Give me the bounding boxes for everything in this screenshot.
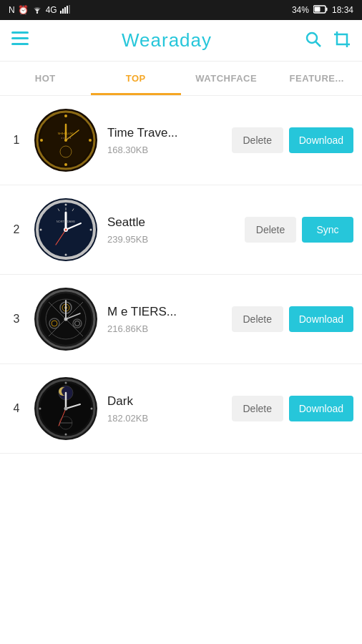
list-item: 3 [0, 275, 362, 364]
rank-number: 1 [9, 134, 24, 147]
svg-point-31 [90, 229, 92, 231]
watch-actions: Delete Download [232, 306, 353, 332]
app-title: Wearaday [122, 29, 212, 52]
tab-watchface[interactable]: WATCHFACE [181, 62, 272, 95]
watch-thumbnail: M•B•BLANC ★★★★★ [34, 109, 97, 172]
svg-point-64 [91, 408, 93, 410]
time-display: 18:34 [332, 5, 353, 15]
watch-size: 182.02KB [107, 413, 226, 424]
signal-4g: 4G [46, 5, 57, 15]
svg-text:★★★★★: ★★★★★ [61, 137, 72, 140]
download-button[interactable]: Download [289, 127, 353, 153]
svg-text:NORTE DAME: NORTE DAME [57, 220, 76, 223]
tab-top[interactable]: TOP [91, 62, 182, 95]
tab-bar: HOT TOP WATCHFACE FEATURE... [0, 62, 362, 96]
watch-thumbnail [34, 377, 97, 440]
sync-button[interactable]: Sync [302, 217, 353, 243]
download-button[interactable]: Download [289, 306, 353, 332]
wifi-icon [31, 5, 43, 16]
search-icon[interactable] [305, 31, 322, 51]
list-item: 4 [0, 364, 362, 454]
watch-thumbnail: NORTE DAME [34, 198, 97, 261]
svg-point-17 [64, 163, 67, 166]
network-icon: N [9, 5, 15, 15]
watch-thumbnail [34, 288, 97, 351]
svg-text:M•B•BLANC: M•B•BLANC [58, 132, 74, 135]
menu-icon[interactable] [11, 31, 29, 50]
svg-point-19 [89, 139, 92, 142]
watch-size: 239.95KB [107, 234, 239, 245]
watch-size: 216.86KB [107, 323, 226, 334]
svg-rect-5 [69, 5, 70, 14]
svg-line-13 [316, 42, 321, 47]
svg-point-61 [65, 382, 67, 384]
watch-size: 168.30KB [107, 145, 226, 155]
nav-right-icons [305, 31, 351, 51]
watch-name: Dark [107, 394, 226, 409]
svg-rect-7 [326, 7, 327, 11]
watch-info: Time Trave... 168.30KB [107, 126, 232, 155]
svg-point-70 [64, 407, 68, 411]
svg-point-30 [40, 229, 42, 231]
signal-bars [60, 5, 70, 16]
svg-point-39 [65, 229, 67, 231]
svg-point-29 [65, 254, 67, 256]
watch-actions: Delete Sync [245, 217, 353, 243]
svg-rect-1 [60, 11, 62, 14]
crop-icon[interactable] [333, 31, 351, 51]
watch-name: M e TIERS... [107, 305, 226, 319]
status-bar: N ⏰ 4G 34% 18:34 [0, 0, 362, 20]
svg-rect-2 [62, 9, 64, 14]
svg-point-28 [65, 204, 67, 206]
battery-text: 34% [292, 5, 309, 15]
svg-point-62 [65, 434, 67, 436]
svg-rect-11 [11, 43, 29, 45]
watch-list: 1 M•B•BLANC ★★★★★ [0, 96, 362, 644]
top-nav: Wearaday [0, 20, 362, 62]
svg-rect-4 [67, 6, 68, 14]
watch-info: M e TIERS... 216.86KB [107, 305, 232, 334]
delete-button[interactable]: Delete [232, 306, 283, 332]
delete-button[interactable]: Delete [232, 127, 283, 153]
svg-point-0 [36, 11, 37, 13]
svg-point-55 [64, 318, 68, 321]
svg-rect-9 [11, 31, 29, 34]
tab-hot[interactable]: HOT [0, 62, 91, 95]
watch-name: Time Trave... [107, 126, 226, 140]
alarm-icon: ⏰ [18, 5, 29, 15]
watch-actions: Delete Download [232, 396, 353, 421]
download-button[interactable]: Download [289, 396, 353, 421]
svg-point-12 [307, 33, 317, 43]
rank-number: 2 [9, 223, 24, 236]
svg-rect-10 [11, 37, 29, 39]
delete-button[interactable]: Delete [245, 217, 296, 243]
watch-info: Dark 182.02KB [107, 394, 232, 424]
list-item: 1 M•B•BLANC ★★★★★ [0, 96, 362, 185]
status-left: N ⏰ 4G [9, 5, 70, 16]
watch-name: Seattle [107, 215, 239, 230]
svg-rect-3 [64, 7, 66, 14]
rank-number: 4 [9, 402, 24, 415]
svg-point-63 [39, 408, 41, 410]
battery-icon [313, 5, 328, 16]
watch-info: Seattle 239.95KB [107, 215, 245, 245]
svg-point-16 [64, 114, 67, 117]
svg-point-18 [40, 139, 43, 142]
list-item: 2 [0, 185, 362, 275]
tab-featured[interactable]: FEATURE... [272, 62, 363, 95]
rank-number: 3 [9, 313, 24, 326]
delete-button[interactable]: Delete [232, 396, 283, 421]
svg-rect-8 [314, 6, 320, 11]
watch-actions: Delete Download [232, 127, 353, 153]
